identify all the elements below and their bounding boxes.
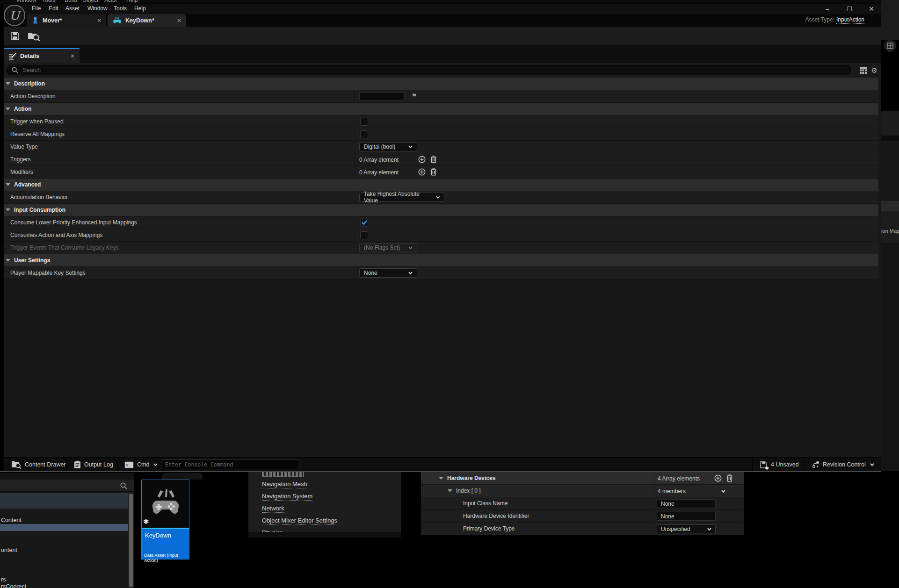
section-input-consumption[interactable]: Input Consumption [4,204,878,216]
section-title: Description [14,80,45,87]
toolbar [4,27,881,46]
statusbar-separator [117,458,117,472]
tree-item-content[interactable]: Content [1,517,22,523]
add-element-icon[interactable] [418,168,426,176]
tree-highlight-band[interactable] [0,493,128,509]
link-navigation-mesh[interactable]: Navigation Mesh [262,480,307,488]
property-label: Action Description [10,93,56,100]
property-label: Reserve All Mappings [10,131,65,137]
input-class-name-field[interactable]: None [657,499,716,508]
add-element-icon[interactable] [418,156,426,163]
row-label: Hardware Devices [447,475,495,481]
index-0-row[interactable]: Index [ 0 ] 4 members [421,485,744,497]
trash-icon[interactable] [430,156,437,163]
asset-type-label: Asset Type: [805,16,834,23]
accumulation-behavior-dropdown[interactable]: Take Highest Absolute Value [359,193,444,202]
content-browser-search-row[interactable] [0,480,134,492]
svg-text:>_: >_ [126,463,131,467]
link-network[interactable]: Network [262,505,284,513]
output-log-button[interactable]: Output Log [68,458,119,472]
asset-type-value[interactable]: InputAction [836,16,864,24]
trash-icon[interactable] [726,474,733,482]
unreal-logo-icon: U [4,5,25,26]
link-navigation-system[interactable]: Navigation System [262,493,312,501]
collapse-triangle-icon [6,82,10,85]
row-label: Index [ 0 ] [456,488,481,494]
screen: Window Tools Build Select Actor Help U F… [0,0,899,588]
menu-edit[interactable]: Edit [49,5,58,12]
cmd-button[interactable]: >_ Cmd [119,458,163,472]
browse-to-asset-icon[interactable] [27,30,40,42]
tab-mover-close-icon[interactable]: ✕ [90,17,102,24]
content-drawer-button[interactable]: Content Drawer [6,458,72,472]
row-accumulation-behavior: Accumulation Behavior Take Highest Absol… [4,191,878,204]
section-action[interactable]: Action [4,103,878,115]
flag-icon[interactable]: ⚑ [412,93,417,99]
background-window-menu: Window Tools Build Select Actor Help [0,0,881,4]
trash-icon[interactable] [430,168,437,176]
bg-menu-item: Build [65,0,77,3]
maximize-button[interactable]: ☐ [844,4,855,14]
search-box[interactable] [7,65,851,75]
row-player-mappable-key-settings: Player Mappable Key Settings None [4,267,878,280]
consume-lower-priority-checkbox[interactable] [360,219,368,227]
scrollbar-thumb[interactable] [129,494,133,587]
tab-details[interactable]: Details ✕ [4,48,80,63]
property-label: Accumulation Behavior [10,194,68,201]
gear-icon[interactable]: ⚙ [871,67,877,74]
menubar: File Edit Asset Window Tools Help – ☐ ✕ [4,4,881,14]
trigger-when-paused-checkbox[interactable] [360,118,368,126]
property-matrix-icon[interactable] [860,67,867,74]
primary-device-type-dropdown[interactable]: Unspecified [657,524,716,533]
menu-help[interactable]: Help [134,5,146,12]
asset-tile-keydown[interactable]: ✱ KeyDown Data Asset (Input Action) [141,480,189,559]
hardware-device-identifier-field[interactable]: None [657,512,716,521]
tab-keydown-close-icon[interactable]: ✕ [170,17,181,24]
menu-tools[interactable]: Tools [114,5,127,12]
search-input[interactable] [22,66,211,74]
reserve-all-mappings-checkbox[interactable] [360,130,368,138]
row-value-type: Value Type Digital (bool) [4,141,878,153]
action-description-field[interactable] [359,92,405,100]
asset-editor-window: U File Edit Asset Window Tools Help – ☐ … [4,4,881,471]
row-consume-lower-priority: Consume Lower Priority Enhanced Input Ma… [4,216,878,229]
section-description[interactable]: Description [4,78,878,90]
row-modifiers: Modifiers 0 Array element [4,166,878,179]
bg-menu-item: Help [126,0,138,3]
unsaved-button[interactable]: ✱ 4 Unsaved [754,458,805,472]
details-tab-close-icon[interactable]: ✕ [70,53,75,59]
statusbar-separator [752,458,753,472]
tree-selected-row[interactable] [0,524,128,531]
menu-file[interactable]: File [32,5,41,12]
consumes-action-axis-checkbox[interactable] [360,231,368,239]
tree-item[interactable]: rsCoorect [1,583,26,588]
grid-layout-icon[interactable] [884,40,896,52]
console-command-input[interactable] [161,459,299,469]
chevron-down-icon [153,463,158,466]
tree-item[interactable]: rs [1,576,6,583]
section-advanced[interactable]: Advanced [4,179,878,191]
value-type-dropdown[interactable]: Digital (bool) [359,142,417,151]
array-count: 0 Array element [359,157,399,163]
minimize-button[interactable]: – [822,4,833,14]
docked-tab-fragment [162,473,203,480]
section-user-settings[interactable]: User Settings [4,254,878,267]
property-label: Player Mappable Key Settings [10,270,86,276]
link-object-mixer-editor-settings[interactable]: Object Mixer Editor Settings [262,517,337,525]
add-element-icon[interactable] [714,474,722,482]
menu-asset[interactable]: Asset [65,5,80,12]
clipped-settings-link[interactable] [262,472,304,477]
close-button[interactable]: ✕ [866,4,877,14]
hardware-devices-header-row[interactable]: Hardware Devices 4 Array elements [421,472,744,485]
revision-control-button[interactable]: Revision Control [806,458,880,472]
tree-item[interactable]: ontent [1,547,17,553]
content-browser-toolbar [0,473,134,480]
tab-mover[interactable]: Mover* ✕ [27,14,106,27]
chevron-down-icon[interactable] [721,490,725,493]
menu-window[interactable]: Window [87,5,108,12]
revision-control-icon [812,461,819,468]
tab-keydown[interactable]: KeyDown* ✕ [108,14,186,27]
player-mappable-key-settings-dropdown[interactable]: None [359,268,417,278]
members-count: 4 members [658,488,686,495]
save-icon[interactable] [9,30,21,42]
